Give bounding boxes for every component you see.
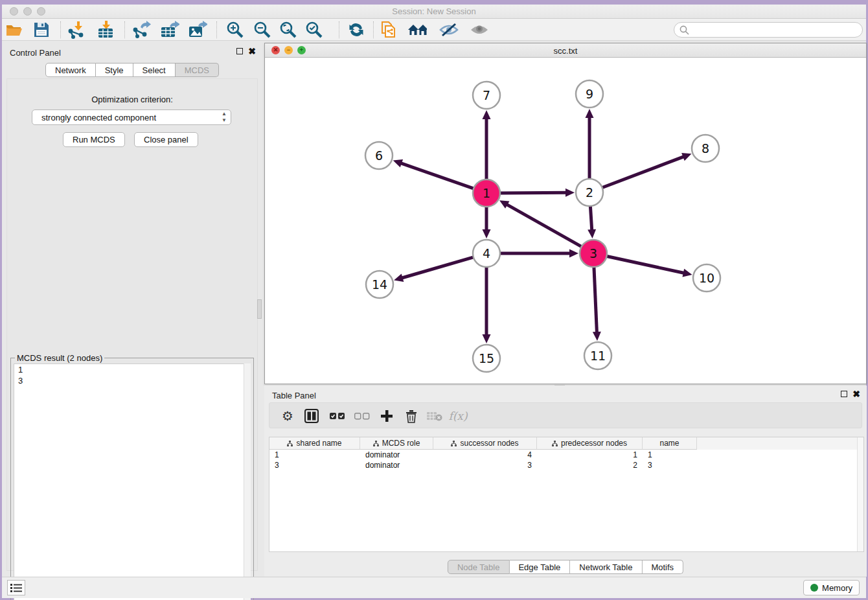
run-mcds-button[interactable]: Run MCDS: [63, 132, 125, 147]
table-cell: 4: [433, 450, 537, 460]
title-bar: Session: New Session: [2, 5, 866, 19]
table-scrollbar[interactable]: [857, 437, 863, 551]
tab-mcds[interactable]: MCDS: [176, 63, 219, 77]
graph-svg[interactable]: 7968124314101511: [265, 58, 866, 384]
export-network-icon[interactable]: [131, 20, 151, 40]
eye-slash-icon[interactable]: [439, 20, 459, 40]
import-network-icon[interactable]: [67, 20, 86, 40]
table-panel: Table Panel ✖ ⚙: [264, 386, 867, 577]
edge-3-1[interactable]: [506, 204, 583, 248]
zoom-selected-icon[interactable]: [304, 20, 324, 40]
columns-icon[interactable]: [302, 406, 321, 426]
toolbar-separator: [373, 21, 374, 38]
table-cell: 3: [643, 460, 697, 470]
delete-column-icon[interactable]: [425, 406, 444, 426]
double-home-icon[interactable]: [407, 20, 427, 40]
tab-select[interactable]: Select: [133, 63, 176, 77]
control-panel-tabs: NetworkStyleSelectMCDS: [45, 63, 219, 77]
node-label: 7: [483, 88, 490, 102]
criterion-select[interactable]: strongly connected component ▲▼: [32, 110, 231, 125]
column-header-shared-name[interactable]: shared name: [269, 437, 360, 450]
edge-1-2[interactable]: [499, 192, 567, 193]
zoom-in-icon[interactable]: [225, 20, 245, 40]
float-panel-icon[interactable]: [841, 391, 847, 397]
split-pane-handle[interactable]: [257, 299, 262, 319]
float-panel-icon[interactable]: [236, 48, 243, 54]
optimization-criterion-label: Optimization criterion:: [7, 95, 257, 104]
search-box: [674, 22, 863, 38]
close-panel-icon[interactable]: ✖: [852, 391, 860, 397]
table-body: 1dominator4113dominator323: [269, 450, 863, 470]
delete-row-icon[interactable]: [402, 406, 421, 426]
arrowhead-icon: [565, 189, 575, 197]
task-history-button[interactable]: [7, 580, 25, 595]
function-builder-icon[interactable]: f(x): [448, 406, 468, 426]
edge-3-10[interactable]: [606, 256, 685, 273]
table-cell: dominator: [360, 450, 433, 460]
toolbar-separator: [339, 21, 339, 38]
status-bar: Memory: [2, 577, 866, 598]
result-scrollbar[interactable]: [244, 363, 251, 600]
node-label: 6: [375, 148, 383, 163]
column-header-successor-nodes[interactable]: successor nodes: [433, 437, 537, 450]
table-cell: 3: [269, 460, 360, 470]
gear-icon[interactable]: ⚙: [278, 406, 297, 426]
edge-2-8[interactable]: [601, 156, 685, 188]
node-label: 1: [483, 186, 490, 200]
add-row-icon[interactable]: [377, 406, 396, 426]
node-label: 10: [699, 271, 714, 285]
export-image-icon[interactable]: [188, 20, 207, 40]
table-header-row: shared nameMCDS rolesuccessor nodesprede…: [269, 437, 863, 450]
close-panel-button[interactable]: Close panel: [134, 132, 198, 147]
deselect-all-icon[interactable]: [352, 406, 372, 426]
tab-network-table[interactable]: Network Table: [570, 560, 642, 574]
mcds-result-title: MCDS result (2 nodes): [15, 353, 104, 363]
table-cell: dominator: [360, 460, 433, 470]
import-table-icon[interactable]: [97, 20, 116, 40]
arrowhead-icon: [586, 109, 594, 118]
save-session-icon[interactable]: [32, 20, 51, 40]
network-window-titlebar[interactable]: ✕ − + scc.txt: [265, 43, 866, 58]
edge-3-11[interactable]: [594, 266, 597, 334]
zoom-out-icon[interactable]: [253, 20, 272, 40]
toolbar-separator: [124, 21, 125, 38]
column-header-MCDS-role[interactable]: MCDS role: [360, 437, 433, 450]
tab-edge-table[interactable]: Edge Table: [509, 560, 570, 574]
arrowhead-icon: [681, 153, 691, 161]
arrowhead-icon: [483, 110, 491, 119]
tab-motifs[interactable]: Motifs: [642, 560, 683, 574]
search-input[interactable]: [694, 23, 857, 36]
refresh-view-icon[interactable]: [347, 20, 366, 40]
arrowhead-icon: [483, 334, 491, 343]
node-label: 2: [586, 185, 593, 200]
clone-network-icon[interactable]: [380, 20, 399, 40]
eye-icon[interactable]: [470, 20, 489, 40]
memory-status-icon: [810, 584, 818, 592]
memory-button[interactable]: Memory: [803, 580, 860, 595]
main-toolbar: [2, 19, 866, 41]
open-session-icon[interactable]: [5, 20, 24, 40]
column-header-predecessor-nodes[interactable]: predecessor nodes: [537, 437, 643, 450]
node-label: 8: [702, 141, 709, 156]
tab-node-table[interactable]: Node Table: [448, 560, 510, 574]
mcds-result-list[interactable]: 13: [14, 363, 251, 600]
table-row[interactable]: 3dominator323: [269, 460, 863, 470]
search-icon: [680, 25, 689, 35]
column-header-name[interactable]: name: [643, 437, 697, 450]
arrowhead-icon: [394, 273, 404, 281]
tab-network[interactable]: Network: [45, 63, 96, 77]
tab-style[interactable]: Style: [96, 63, 133, 77]
arrowhead-icon: [483, 229, 491, 238]
arrowhead-icon: [588, 229, 596, 238]
edge-2-3[interactable]: [590, 205, 592, 231]
mcds-result-group: MCDS result (2 nodes) 13: [10, 358, 254, 600]
control-panel-header: Control Panel ✖: [2, 43, 262, 62]
zoom-fit-icon[interactable]: [279, 20, 298, 40]
table-row[interactable]: 1dominator411: [269, 450, 863, 460]
edge-1-6[interactable]: [400, 163, 475, 189]
select-all-icon[interactable]: [328, 406, 347, 426]
edge-4-14[interactable]: [401, 257, 475, 278]
arrowhead-icon: [682, 269, 692, 277]
close-panel-icon[interactable]: ✖: [248, 48, 256, 54]
export-table-icon[interactable]: [160, 20, 179, 40]
